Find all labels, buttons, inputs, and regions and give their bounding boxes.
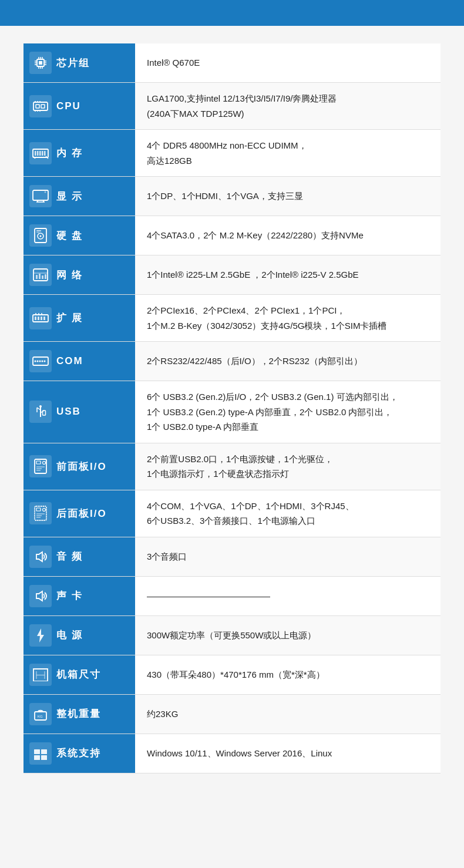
svg-rect-88 (34, 749, 40, 754)
table-row: 机箱尺寸430（带耳朵480）*470*176 mm（宽*深*高） (23, 655, 441, 694)
audio-icon (29, 546, 52, 568)
svg-rect-24 (35, 151, 36, 156)
svg-rect-74 (36, 508, 41, 511)
table-row: 声 卡—————————————— (23, 576, 441, 615)
table-row: COM2个RS232/422/485（后I/O），2个RS232（内部引出） (23, 342, 441, 381)
label-text-chassis: 机箱尺寸 (56, 668, 101, 681)
os-icon (29, 742, 52, 765)
label-cell-com: COM (23, 342, 135, 381)
svg-point-69 (43, 462, 46, 465)
value-cell-memory: 4个 DDR5 4800MHz non-ECC UDIMM，高达128GB (135, 130, 441, 177)
rear-io-icon (29, 502, 52, 524)
front-io-icon (29, 455, 52, 477)
table-row: 硬 盘4个SATA3.0，2个 M.2 M-Key（2242/2280）支持NV… (23, 216, 441, 255)
svg-rect-51 (43, 317, 45, 320)
soundcard-icon (29, 585, 52, 607)
svg-rect-27 (42, 151, 43, 156)
svg-point-60 (44, 361, 46, 362)
value-cell-expansion: 2个PCIex16、2个PCIex4、2个 PCIex1，1个PCI，1个M.2… (135, 295, 441, 342)
svg-point-75 (43, 509, 46, 512)
header (0, 0, 464, 26)
table-row: 系统支持Windows 10/11、Windows Server 2016、Li… (23, 734, 441, 773)
table-row: KG整机重量约23KG (23, 694, 441, 734)
svg-marker-79 (36, 552, 42, 561)
svg-rect-16 (41, 105, 45, 108)
svg-rect-50 (41, 317, 42, 320)
label-cell-expansion: 扩 展 (23, 295, 135, 342)
label-text-display: 显 示 (56, 190, 83, 203)
label-cell-soundcard: 声 卡 (23, 576, 135, 615)
svg-rect-40 (36, 232, 39, 233)
value-cell-os: Windows 10/11、Windows Server 2016、Linux (135, 734, 441, 773)
label-text-os: 系统支持 (56, 746, 101, 760)
label-text-front-io: 前面板I/O (56, 460, 107, 473)
expansion-icon (29, 307, 52, 329)
svg-rect-45 (42, 275, 43, 279)
label-cell-os: 系统支持 (23, 734, 135, 773)
com-icon (29, 350, 52, 372)
table-row: 音 频3个音频口 (23, 537, 441, 576)
svg-point-59 (42, 361, 43, 362)
value-cell-weight: 约23KG (135, 694, 441, 734)
label-cell-display: 显 示 (23, 177, 135, 216)
label-cell-cpu: CPU (23, 83, 135, 130)
label-text-memory: 内 存 (56, 146, 83, 160)
weight-icon: KG (29, 703, 52, 725)
value-cell-cpu: LGA1700,支持intel 12/13代I3/I5/I7/I9/奔腾处理器(… (135, 83, 441, 130)
label-cell-power: 电 源 (23, 615, 135, 655)
svg-rect-25 (37, 151, 39, 156)
power-icon (29, 624, 52, 647)
svg-rect-26 (39, 151, 41, 156)
svg-rect-91 (41, 755, 47, 760)
label-text-storage: 硬 盘 (56, 229, 83, 243)
cpu-icon (29, 95, 52, 117)
table-row: 显 示1个DP、1个HDMI、1个VGA，支持三显 (23, 177, 441, 216)
svg-text:KG: KG (38, 715, 43, 718)
value-cell-audio: 3个音频口 (135, 537, 441, 576)
table-row: 扩 展2个PCIex16、2个PCIex4、2个 PCIex1，1个PCI，1个… (23, 295, 441, 342)
label-text-soundcard: 声 卡 (56, 589, 83, 603)
table-row: 电 源300W额定功率（可更换550W或以上电源） (23, 615, 441, 655)
svg-rect-49 (38, 317, 39, 320)
value-cell-chassis: 430（带耳朵480）*470*176 mm（宽*深*高） (135, 655, 441, 694)
memory-icon (29, 142, 52, 164)
spec-table: 芯片组Intel® Q670ECPULGA1700,支持intel 12/13代… (23, 43, 441, 773)
value-cell-display: 1个DP、1个HDMI、1个VGA，支持三显 (135, 177, 441, 216)
svg-rect-43 (36, 275, 38, 279)
label-cell-chipset: 芯片组 (23, 43, 135, 83)
table-row: CPULGA1700,支持intel 12/13代I3/I5/I7/I9/奔腾处… (23, 83, 441, 130)
table-row: 前面板I/O2个前置USB2.0口，1个电源按键，1个光驱位，1个电源指示灯，1… (23, 443, 441, 490)
table-row: 芯片组Intel® Q670E (23, 43, 441, 83)
svg-rect-28 (44, 151, 46, 156)
svg-rect-68 (36, 461, 41, 464)
label-text-usb: USB (56, 406, 81, 418)
label-cell-weight: KG整机重量 (23, 694, 135, 734)
svg-point-38 (40, 235, 42, 237)
svg-point-35 (45, 191, 46, 193)
table-row: USB6个 USB3.2 (Gen.2)后I/O，2个 USB3.2 (Gen.… (23, 381, 441, 443)
value-cell-network: 1个Intel® i225-LM 2.5GbE ，2个Intel® i225-V… (135, 255, 441, 295)
value-cell-soundcard: —————————————— (135, 576, 441, 615)
label-cell-audio: 音 频 (23, 537, 135, 576)
label-cell-chassis: 机箱尺寸 (23, 655, 135, 694)
table-row: 内 存4个 DDR5 4800MHz non-ECC UDIMM，高达128GB (23, 130, 441, 177)
label-cell-rear-io: 后面板I/O (23, 490, 135, 537)
svg-rect-90 (34, 755, 40, 760)
label-text-expansion: 扩 展 (56, 311, 83, 325)
usb-icon (29, 401, 52, 423)
svg-rect-46 (45, 274, 46, 279)
value-cell-storage: 4个SATA3.0，2个 M.2 M-Key（2242/2280）支持NVMe (135, 216, 441, 255)
label-text-network: 网 络 (56, 268, 83, 282)
svg-point-57 (37, 361, 39, 362)
label-cell-memory: 内 存 (23, 130, 135, 177)
spec-table-wrapper: 芯片组Intel® Q670ECPULGA1700,支持intel 12/13代… (0, 26, 464, 797)
svg-rect-15 (36, 105, 39, 108)
svg-rect-1 (39, 61, 42, 65)
value-cell-front-io: 2个前置USB2.0口，1个电源按键，1个光驱位，1个电源指示灯，1个硬盘状态指… (135, 443, 441, 490)
value-cell-usb: 6个 USB3.2 (Gen.2)后I/O，2个 USB3.2 (Gen.1) … (135, 381, 441, 443)
label-cell-network: 网 络 (23, 255, 135, 295)
label-text-rear-io: 后面板I/O (56, 507, 107, 520)
chipset-icon (29, 52, 52, 74)
value-cell-power: 300W额定功率（可更换550W或以上电源） (135, 615, 441, 655)
label-text-power: 电 源 (56, 628, 83, 642)
